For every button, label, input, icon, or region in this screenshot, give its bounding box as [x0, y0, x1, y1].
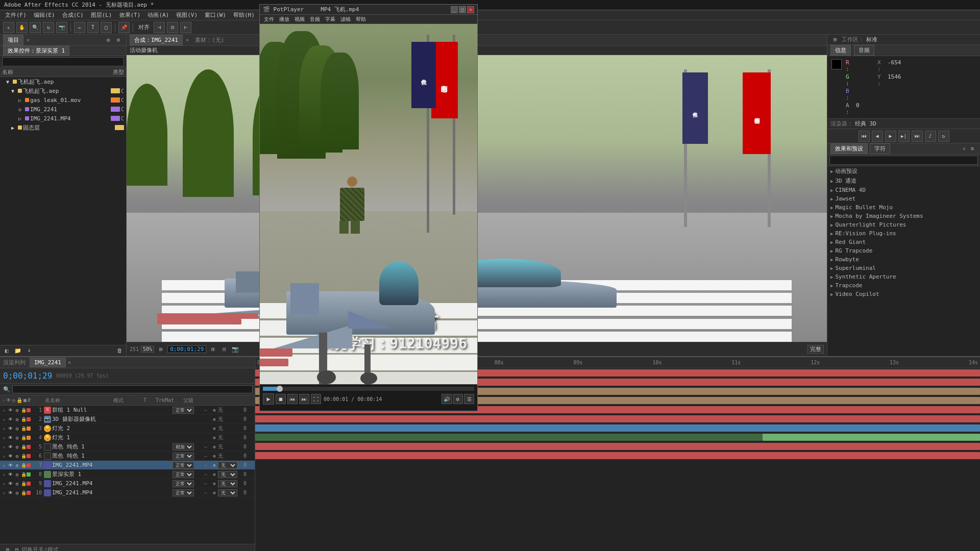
switches-modes-icon[interactable]: ⊟	[12, 545, 21, 552]
layer-10-eye[interactable]: 👁	[8, 490, 14, 496]
layer-7-trkmat-select[interactable]: 无	[218, 462, 237, 469]
layer-1-shy[interactable]: ☆	[1, 407, 7, 413]
project-item-2[interactable]: ▼ 飞机起飞.aep C	[0, 86, 126, 95]
effect-cinema4d[interactable]: ▶CINEMA 4D	[827, 186, 980, 194]
layer-1-eye[interactable]: 👁	[8, 407, 14, 413]
layer-1-lock[interactable]: 🔒	[20, 407, 27, 413]
effect-anim-presets[interactable]: ▶动画预设	[827, 166, 980, 176]
video-menu-video[interactable]: 视频	[292, 16, 307, 23]
play-btn[interactable]: ▶	[885, 131, 896, 142]
video-menu-filter[interactable]: 滤镜	[338, 16, 353, 23]
layer-4-eye[interactable]: 👁	[8, 435, 14, 441]
video-playlist-btn[interactable]: ☰	[464, 394, 474, 404]
layer-row-5[interactable]: ☆ 👁 ◎ 🔒 5 黑色 纯色 1 相加 — ⊙ 无 0	[0, 442, 255, 452]
tool-rotate[interactable]: ↻	[43, 22, 54, 33]
layer-5-mode-select[interactable]: 相加	[173, 443, 194, 450]
layer-row-6[interactable]: ☆ 👁 ◎ 🔒 6 黑色 纯色 1 正常 — ⊙ 无 0	[0, 452, 255, 461]
video-close-btn[interactable]: ×	[467, 6, 474, 13]
layer-search-input[interactable]	[12, 385, 253, 393]
video-minimize-btn[interactable]: _	[451, 6, 458, 13]
layer-10-shy[interactable]: ☆	[1, 490, 7, 496]
tool-camera[interactable]: 📷	[56, 22, 67, 33]
tool-align-left[interactable]: ⊣	[154, 22, 165, 33]
layer-3-fx[interactable]: ⊙	[211, 425, 218, 432]
effect-rg-trapcode[interactable]: ▶RG Trapcode	[827, 246, 980, 255]
layer-9-fx[interactable]: ⊙	[211, 481, 218, 487]
layer-6-solo[interactable]: ◎	[14, 453, 20, 459]
project-item-5[interactable]: ▷ IMG_2241.MP4 C	[0, 114, 126, 123]
tool-pen[interactable]: ✏	[74, 22, 85, 33]
layer-7-eye[interactable]: 👁	[8, 462, 14, 468]
effects-close[interactable]: ×	[963, 146, 966, 152]
layer-2-shy[interactable]: ☆	[1, 416, 7, 422]
safe-icon[interactable]: ⊟	[219, 345, 229, 354]
snap-icon[interactable]: ⊞	[156, 345, 165, 354]
next-frame-btn[interactable]: ▶|	[898, 131, 910, 142]
layer-7-fx[interactable]: ⊙	[211, 462, 218, 468]
layer-5-eye[interactable]: 👁	[8, 444, 14, 450]
loop-btn[interactable]: ↻	[938, 131, 949, 142]
video-prev-btn[interactable]: ⏮	[287, 394, 298, 404]
effect-3d-channel[interactable]: ▶3D 通道	[827, 176, 980, 186]
first-frame-btn[interactable]: ⏮	[859, 131, 870, 142]
timeline-time[interactable]: 0;00;01;29	[3, 371, 52, 381]
layer-8-solo[interactable]: ◎	[14, 471, 20, 478]
menu-anim[interactable]: 动画(A)	[144, 11, 172, 19]
menu-window[interactable]: 窗口(W)	[202, 11, 229, 19]
layer-row-10[interactable]: ☆ 👁 ◎ 🔒 10 IMG_2241.MP4 正常 — ⊙ 无 0	[0, 488, 255, 497]
project-item-4[interactable]: ◇ IMG_2241 C	[0, 105, 126, 114]
timeline-tab-close[interactable]: ×	[68, 360, 71, 365]
project-menu-icon[interactable]: ≡	[114, 36, 123, 45]
audio-tab[interactable]: 音频	[854, 45, 874, 56]
cam-icon[interactable]: 📷	[231, 345, 240, 354]
layer-9-solo[interactable]: ◎	[14, 481, 20, 487]
layer-10-solo[interactable]: ◎	[14, 490, 20, 496]
timeline-tab[interactable]: IMG_2241	[30, 358, 66, 367]
layer-2-solo[interactable]: ◎	[14, 416, 20, 422]
project-close[interactable]: ×	[27, 37, 30, 43]
layer-1-fx[interactable]: ⊙	[211, 407, 218, 413]
layer-9-lock[interactable]: 🔒	[20, 481, 27, 487]
new-folder-icon[interactable]: 📁	[13, 346, 22, 356]
last-frame-btn[interactable]: ⏭	[912, 131, 923, 142]
layer-2-lock[interactable]: 🔒	[20, 416, 27, 422]
effect-red-giant[interactable]: ▶Red Giant	[827, 238, 980, 246]
menu-comp[interactable]: 合成(C)	[59, 11, 87, 19]
layer-8-trkmat-select[interactable]: 无	[218, 471, 237, 478]
menu-help[interactable]: 帮助(H)	[230, 11, 258, 19]
layer-2-fx[interactable]: ⊙	[211, 416, 218, 422]
layer-5-fx[interactable]: ⊙	[211, 444, 218, 450]
video-progress-bar[interactable]	[263, 387, 474, 391]
video-menu-play[interactable]: 播放	[277, 16, 291, 23]
menu-effect[interactable]: 效果(T)	[116, 11, 144, 19]
effect-quarterlight[interactable]: ▶Quarterlight Pictures	[827, 220, 980, 229]
effect-video-copilot[interactable]: ▶Video Copilot	[827, 290, 980, 298]
layer-6-mode-select[interactable]: 正常	[173, 453, 194, 460]
layer-4-fx[interactable]: ⊙	[211, 435, 218, 441]
zoom-pct[interactable]: 50%	[141, 346, 154, 353]
project-item-1[interactable]: ▼ 飞机起飞.aep	[0, 77, 126, 86]
effects-menu-icon[interactable]: ≡	[968, 144, 977, 154]
layer-6-shy[interactable]: ☆	[1, 453, 7, 459]
effect-rowbyte[interactable]: ▶Rowbyte	[827, 255, 980, 264]
tool-select[interactable]: ↖	[3, 22, 14, 33]
layer-4-shy[interactable]: ☆	[1, 435, 7, 441]
layer-8-mode-select[interactable]: 正常	[173, 471, 194, 478]
video-menu-sub[interactable]: 字幕	[323, 16, 337, 23]
effect-trapcode[interactable]: ▶Trapcode	[827, 281, 980, 290]
effect-mocha[interactable]: ▶Mocha by Imagineer Systems	[827, 212, 980, 220]
layer-10-lock[interactable]: 🔒	[20, 490, 27, 496]
layer-5-solo[interactable]: ◎	[14, 444, 20, 450]
video-menu-file[interactable]: 文件	[262, 16, 276, 23]
comp-tab-close[interactable]: ×	[186, 37, 189, 43]
project-settings-icon[interactable]: ⚙	[104, 36, 113, 45]
layer-6-eye[interactable]: 👁	[8, 453, 14, 459]
layer-row-3[interactable]: ☆ 👁 ◎ 🔒 3 💡 灯光 2 ⊙ 无 0	[0, 424, 255, 433]
layer-4-solo[interactable]: ◎	[14, 435, 20, 441]
effects-controls-tab[interactable]: 效果控件：景深实景 1	[3, 45, 69, 56]
effect-revision[interactable]: ▶RE:Vision Plug-ins	[827, 229, 980, 238]
layer-row-1[interactable]: ☆ 👁 ◎ 🔒 1 N 群组 1 Null 正常 — ⊙ 无 0	[0, 406, 255, 415]
info-tab[interactable]: 信息	[830, 45, 851, 56]
video-fullscreen-btn[interactable]: ⛶	[311, 394, 321, 404]
effect-magic-bullet[interactable]: ▶Magic Bullet Mojo	[827, 203, 980, 212]
